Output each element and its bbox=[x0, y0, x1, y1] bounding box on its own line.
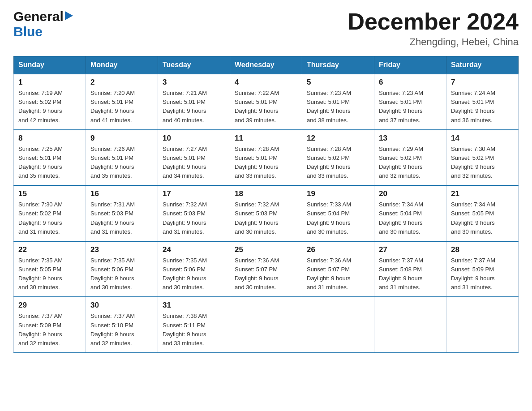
day-number: 27 bbox=[379, 245, 442, 254]
day-number: 13 bbox=[379, 134, 442, 143]
table-row: 20Sunrise: 7:34 AMSunset: 5:04 PMDayligh… bbox=[374, 185, 446, 241]
logo-blue-text: Blue bbox=[13, 24, 43, 39]
table-row: 16Sunrise: 7:31 AMSunset: 5:03 PMDayligh… bbox=[86, 185, 158, 241]
table-row: 1Sunrise: 7:19 AMSunset: 5:02 PMDaylight… bbox=[14, 74, 86, 130]
col-tuesday: Tuesday bbox=[158, 56, 230, 74]
day-number: 3 bbox=[163, 78, 225, 87]
day-number: 12 bbox=[307, 134, 369, 143]
day-info: Sunrise: 7:23 AMSunset: 5:01 PMDaylight:… bbox=[307, 89, 369, 125]
day-number: 14 bbox=[451, 134, 514, 143]
table-row: 29Sunrise: 7:37 AMSunset: 5:09 PMDayligh… bbox=[14, 297, 86, 353]
day-info: Sunrise: 7:34 AMSunset: 5:05 PMDaylight:… bbox=[451, 200, 514, 236]
table-row: 7Sunrise: 7:24 AMSunset: 5:01 PMDaylight… bbox=[446, 74, 519, 130]
table-row: 11Sunrise: 7:28 AMSunset: 5:01 PMDayligh… bbox=[230, 130, 302, 186]
day-info: Sunrise: 7:36 AMSunset: 5:07 PMDaylight:… bbox=[235, 256, 297, 292]
day-info: Sunrise: 7:37 AMSunset: 5:08 PMDaylight:… bbox=[379, 256, 442, 292]
table-row bbox=[230, 297, 302, 353]
table-row: 23Sunrise: 7:35 AMSunset: 5:06 PMDayligh… bbox=[86, 241, 158, 297]
table-row: 18Sunrise: 7:32 AMSunset: 5:03 PMDayligh… bbox=[230, 185, 302, 241]
day-info: Sunrise: 7:29 AMSunset: 5:02 PMDaylight:… bbox=[379, 145, 442, 181]
day-info: Sunrise: 7:30 AMSunset: 5:02 PMDaylight:… bbox=[18, 200, 81, 236]
day-number: 26 bbox=[307, 245, 369, 254]
day-number: 30 bbox=[90, 301, 153, 310]
calendar-table: Sunday Monday Tuesday Wednesday Thursday… bbox=[13, 56, 519, 353]
day-info: Sunrise: 7:37 AMSunset: 5:09 PMDaylight:… bbox=[451, 256, 514, 292]
day-info: Sunrise: 7:20 AMSunset: 5:01 PMDaylight:… bbox=[90, 89, 153, 125]
day-info: Sunrise: 7:36 AMSunset: 5:07 PMDaylight:… bbox=[307, 256, 369, 292]
day-info: Sunrise: 7:30 AMSunset: 5:02 PMDaylight:… bbox=[451, 145, 514, 181]
table-row: 5Sunrise: 7:23 AMSunset: 5:01 PMDaylight… bbox=[302, 74, 374, 130]
day-number: 19 bbox=[307, 189, 369, 198]
day-info: Sunrise: 7:35 AMSunset: 5:05 PMDaylight:… bbox=[18, 256, 81, 292]
calendar-week-row: 22Sunrise: 7:35 AMSunset: 5:05 PMDayligh… bbox=[14, 241, 519, 297]
table-row: 22Sunrise: 7:35 AMSunset: 5:05 PMDayligh… bbox=[14, 241, 86, 297]
table-row: 26Sunrise: 7:36 AMSunset: 5:07 PMDayligh… bbox=[302, 241, 374, 297]
table-row: 4Sunrise: 7:22 AMSunset: 5:01 PMDaylight… bbox=[230, 74, 302, 130]
calendar-week-row: 15Sunrise: 7:30 AMSunset: 5:02 PMDayligh… bbox=[14, 185, 519, 241]
calendar-week-row: 8Sunrise: 7:25 AMSunset: 5:01 PMDaylight… bbox=[14, 130, 519, 186]
table-row: 6Sunrise: 7:23 AMSunset: 5:01 PMDaylight… bbox=[374, 74, 446, 130]
day-info: Sunrise: 7:24 AMSunset: 5:01 PMDaylight:… bbox=[451, 89, 514, 125]
calendar-week-row: 1Sunrise: 7:19 AMSunset: 5:02 PMDaylight… bbox=[14, 74, 519, 130]
day-info: Sunrise: 7:25 AMSunset: 5:01 PMDaylight:… bbox=[18, 145, 81, 181]
table-row: 3Sunrise: 7:21 AMSunset: 5:01 PMDaylight… bbox=[158, 74, 230, 130]
day-number: 17 bbox=[163, 189, 225, 198]
col-sunday: Sunday bbox=[14, 56, 86, 74]
day-info: Sunrise: 7:31 AMSunset: 5:03 PMDaylight:… bbox=[90, 200, 153, 236]
table-row: 21Sunrise: 7:34 AMSunset: 5:05 PMDayligh… bbox=[446, 185, 519, 241]
day-info: Sunrise: 7:37 AMSunset: 5:09 PMDaylight:… bbox=[18, 312, 81, 348]
day-number: 2 bbox=[90, 78, 153, 87]
day-info: Sunrise: 7:28 AMSunset: 5:01 PMDaylight:… bbox=[235, 145, 297, 181]
day-number: 18 bbox=[235, 189, 297, 198]
col-thursday: Thursday bbox=[302, 56, 374, 74]
day-info: Sunrise: 7:35 AMSunset: 5:06 PMDaylight:… bbox=[163, 256, 225, 292]
col-monday: Monday bbox=[86, 56, 158, 74]
day-info: Sunrise: 7:35 AMSunset: 5:06 PMDaylight:… bbox=[90, 256, 153, 292]
day-number: 10 bbox=[163, 134, 225, 143]
day-number: 5 bbox=[307, 78, 369, 87]
day-info: Sunrise: 7:22 AMSunset: 5:01 PMDaylight:… bbox=[235, 89, 297, 125]
col-saturday: Saturday bbox=[446, 56, 519, 74]
day-info: Sunrise: 7:19 AMSunset: 5:02 PMDaylight:… bbox=[18, 89, 81, 125]
table-row bbox=[374, 297, 446, 353]
day-number: 8 bbox=[18, 134, 81, 143]
table-row: 15Sunrise: 7:30 AMSunset: 5:02 PMDayligh… bbox=[14, 185, 86, 241]
day-info: Sunrise: 7:23 AMSunset: 5:01 PMDaylight:… bbox=[379, 89, 442, 125]
day-number: 15 bbox=[18, 189, 81, 198]
day-info: Sunrise: 7:33 AMSunset: 5:04 PMDaylight:… bbox=[307, 200, 369, 236]
table-row: 30Sunrise: 7:37 AMSunset: 5:10 PMDayligh… bbox=[86, 297, 158, 353]
day-info: Sunrise: 7:32 AMSunset: 5:03 PMDaylight:… bbox=[163, 200, 225, 236]
day-number: 23 bbox=[90, 245, 153, 254]
col-friday: Friday bbox=[374, 56, 446, 74]
day-info: Sunrise: 7:38 AMSunset: 5:11 PMDaylight:… bbox=[163, 312, 225, 348]
table-row: 12Sunrise: 7:28 AMSunset: 5:02 PMDayligh… bbox=[302, 130, 374, 186]
table-row: 28Sunrise: 7:37 AMSunset: 5:09 PMDayligh… bbox=[446, 241, 519, 297]
day-number: 1 bbox=[18, 78, 81, 87]
table-row bbox=[446, 297, 519, 353]
table-row: 8Sunrise: 7:25 AMSunset: 5:01 PMDaylight… bbox=[14, 130, 86, 186]
day-number: 9 bbox=[90, 134, 153, 143]
day-info: Sunrise: 7:27 AMSunset: 5:01 PMDaylight:… bbox=[163, 145, 225, 181]
day-info: Sunrise: 7:28 AMSunset: 5:02 PMDaylight:… bbox=[307, 145, 369, 181]
day-number: 4 bbox=[235, 78, 297, 87]
day-info: Sunrise: 7:37 AMSunset: 5:10 PMDaylight:… bbox=[90, 312, 153, 348]
month-title: December 2024 bbox=[348, 9, 519, 34]
page-header: General Blue December 2024 Zhengding, He… bbox=[13, 9, 519, 48]
table-row: 25Sunrise: 7:36 AMSunset: 5:07 PMDayligh… bbox=[230, 241, 302, 297]
svg-marker-0 bbox=[65, 11, 73, 20]
table-row: 14Sunrise: 7:30 AMSunset: 5:02 PMDayligh… bbox=[446, 130, 519, 186]
day-info: Sunrise: 7:34 AMSunset: 5:04 PMDaylight:… bbox=[379, 200, 442, 236]
day-number: 29 bbox=[18, 301, 81, 310]
day-number: 16 bbox=[90, 189, 153, 198]
day-number: 7 bbox=[451, 78, 514, 87]
table-row: 10Sunrise: 7:27 AMSunset: 5:01 PMDayligh… bbox=[158, 130, 230, 186]
table-row: 13Sunrise: 7:29 AMSunset: 5:02 PMDayligh… bbox=[374, 130, 446, 186]
table-row: 2Sunrise: 7:20 AMSunset: 5:01 PMDaylight… bbox=[86, 74, 158, 130]
day-info: Sunrise: 7:21 AMSunset: 5:01 PMDaylight:… bbox=[163, 89, 225, 125]
logo-arrow-icon bbox=[65, 11, 73, 22]
day-info: Sunrise: 7:32 AMSunset: 5:03 PMDaylight:… bbox=[235, 200, 297, 236]
logo-general-text: General bbox=[13, 9, 64, 24]
table-row: 27Sunrise: 7:37 AMSunset: 5:08 PMDayligh… bbox=[374, 241, 446, 297]
day-number: 11 bbox=[235, 134, 297, 143]
calendar-week-row: 29Sunrise: 7:37 AMSunset: 5:09 PMDayligh… bbox=[14, 297, 519, 353]
